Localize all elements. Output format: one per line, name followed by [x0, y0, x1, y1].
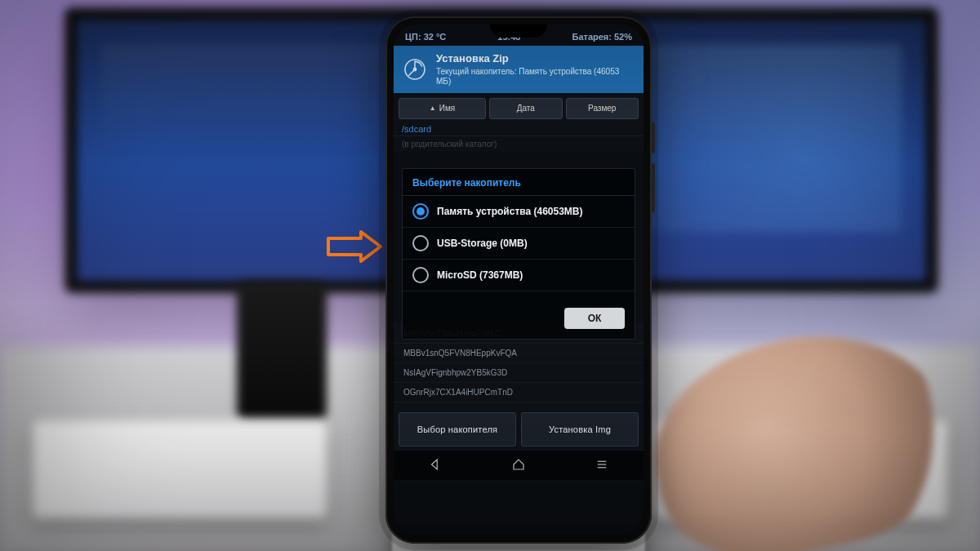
modal-ok-button[interactable]: ОК	[564, 308, 625, 329]
storage-option-label: USB-Storage (0MB)	[437, 238, 528, 249]
list-item[interactable]: NsIAgVFignbhpw2YB5kG3D	[394, 363, 644, 383]
storage-option-label: Память устройства (46053MB)	[437, 206, 583, 217]
phone-notch	[490, 24, 547, 38]
status-battery: Батарея: 52%	[572, 32, 632, 42]
sort-by-date-button[interactable]: Дата	[489, 98, 563, 119]
background-speaker	[237, 282, 327, 420]
select-storage-button[interactable]: Выбор накопителя	[399, 412, 516, 447]
storage-option-microsd[interactable]: MicroSD (7367MB)	[403, 260, 635, 291]
select-storage-modal: Выберите накопитель Память устройства (4…	[402, 168, 635, 340]
twrp-header: Установка Zip Текущий накопитель: Память…	[394, 46, 644, 93]
storage-option-usb[interactable]: USB-Storage (0MB)	[403, 228, 635, 260]
sort-size-label: Размер	[588, 104, 616, 113]
current-storage-subtitle: Текущий накопитель: Память устройства (4…	[436, 67, 634, 87]
phone-screen: ЦП: 32 °C 15:48 Батарея: 52% Установка Z…	[394, 24, 644, 534]
list-item[interactable]: MBBv1snQ5FVN8HEppKvFQA	[394, 344, 644, 363]
svg-point-1	[413, 67, 417, 71]
nav-back-icon[interactable]	[428, 457, 443, 473]
radio-unselected-icon	[412, 235, 429, 251]
parent-directory-row[interactable]: (в родительский каталог)	[394, 136, 644, 151]
sort-asc-icon: ▲	[430, 104, 436, 112]
nav-home-icon[interactable]	[511, 457, 526, 473]
radio-unselected-icon	[412, 267, 429, 283]
phone-side-button	[652, 163, 655, 212]
sort-by-name-button[interactable]: ▲ Имя	[399, 98, 486, 119]
current-path[interactable]: /sdcard	[394, 121, 644, 136]
twrp-logo-icon	[402, 56, 428, 82]
phone-side-button	[652, 122, 655, 153]
background-keyboard-left	[33, 420, 327, 518]
sort-date-label: Дата	[517, 104, 535, 113]
install-img-button[interactable]: Установка Img	[521, 412, 639, 447]
nav-recents-icon[interactable]	[595, 457, 609, 473]
system-nav-bar	[394, 450, 644, 480]
modal-title: Выберите накопитель	[403, 169, 635, 196]
radio-selected-icon	[412, 203, 429, 220]
sort-by-size-button[interactable]: Размер	[566, 98, 639, 119]
storage-option-internal[interactable]: Память устройства (46053MB)	[403, 196, 635, 228]
list-item[interactable]: OGnrRjx7CX1A4iHUPCmTnD	[394, 383, 644, 402]
sort-name-label: Имя	[439, 104, 455, 113]
bottom-action-row: Выбор накопителя Установка Img	[394, 406, 644, 450]
page-title: Установка Zip	[436, 52, 634, 65]
status-cpu-temp: ЦП: 32 °C	[405, 32, 446, 42]
sort-row: ▲ Имя Дата Размер	[394, 93, 644, 121]
phone-frame: ЦП: 32 °C 15:48 Батарея: 52% Установка Z…	[385, 16, 652, 544]
storage-option-label: MicroSD (7367MB)	[437, 269, 523, 281]
